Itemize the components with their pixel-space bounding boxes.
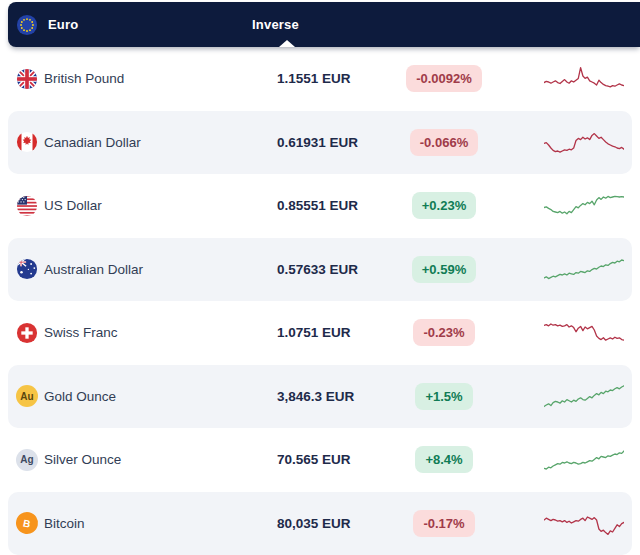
asset-name: Australian Dollar: [44, 262, 277, 277]
inverse-value: 0.61931 EUR: [277, 135, 397, 150]
asset-name: Bitcoin: [44, 516, 277, 531]
us-flag-icon: [16, 195, 38, 217]
table-row[interactable]: US Dollar 0.85551 EUR +0.23%: [8, 174, 632, 238]
inverse-value: 3,846.3 EUR: [277, 389, 397, 404]
change-badge: -0.17%: [413, 510, 474, 537]
inverse-value: 1.1551 EUR: [277, 71, 397, 86]
sparkline-chart: [544, 62, 624, 96]
sparkline-chart: [544, 252, 624, 286]
table-row[interactable]: B Bitcoin 80,035 EUR -0.17%: [8, 492, 632, 555]
asset-name: Canadian Dollar: [44, 135, 277, 150]
sparkline-chart: [544, 125, 624, 159]
asset-name: British Pound: [44, 71, 277, 86]
table-row[interactable]: Ag Silver Ounce 70.565 EUR +8.4%: [8, 428, 632, 492]
asset-name: US Dollar: [44, 198, 277, 213]
sparkline-chart: [544, 189, 624, 223]
gold-au-icon: Au: [16, 385, 38, 407]
change-badge-cell: -0.17%: [413, 510, 474, 537]
inverse-value: 70.565 EUR: [277, 452, 397, 467]
inverse-value: 0.57633 EUR: [277, 262, 397, 277]
table-row[interactable]: Canadian Dollar 0.61931 EUR -0.066%: [8, 111, 632, 175]
table-row[interactable]: Australian Dollar 0.57633 EUR +0.59%: [8, 238, 632, 302]
active-column-notch: [279, 40, 295, 47]
change-badge: +0.59%: [412, 256, 476, 283]
inverse-column-header: Inverse: [252, 17, 299, 32]
exchange-rates-widget: Euro Inverse British Pound 1.1551 EUR -0…: [0, 2, 640, 555]
change-badge-cell: +8.4%: [415, 446, 472, 473]
inverse-value: 80,035 EUR: [277, 516, 397, 531]
change-badge-cell: -0.0092%: [406, 65, 482, 92]
eu-flag-icon: [16, 14, 38, 36]
table-row[interactable]: Au Gold Ounce 3,846.3 EUR +1.5%: [8, 365, 632, 429]
inverse-value: 0.85551 EUR: [277, 198, 397, 213]
change-badge: -0.0092%: [406, 65, 482, 92]
gb-flag-icon: [16, 68, 38, 90]
au-flag-icon: [16, 258, 38, 280]
change-badge: -0.066%: [410, 129, 478, 156]
change-badge: +8.4%: [415, 446, 472, 473]
rates-list: British Pound 1.1551 EUR -0.0092% Canadi…: [0, 47, 640, 555]
change-badge-cell: +1.5%: [415, 383, 472, 410]
base-currency-label[interactable]: Euro: [48, 17, 78, 32]
change-badge: -0.23%: [413, 319, 474, 346]
table-row[interactable]: Swiss Franc 1.0751 EUR -0.23%: [8, 301, 632, 365]
asset-name: Silver Ounce: [44, 452, 277, 467]
silver-ag-icon: Ag: [16, 449, 38, 471]
asset-name: Swiss Franc: [44, 325, 277, 340]
change-badge: +1.5%: [415, 383, 472, 410]
change-badge: +0.23%: [412, 192, 476, 219]
change-badge-cell: -0.23%: [413, 319, 474, 346]
sparkline-chart: [544, 379, 624, 413]
inverse-value: 1.0751 EUR: [277, 325, 397, 340]
sparkline-chart: [544, 443, 624, 477]
ch-flag-icon: [16, 322, 38, 344]
table-row[interactable]: British Pound 1.1551 EUR -0.0092%: [8, 47, 632, 111]
asset-name: Gold Ounce: [44, 389, 277, 404]
bitcoin-icon: B: [16, 512, 38, 534]
change-badge-cell: +0.23%: [412, 192, 476, 219]
change-badge-cell: -0.066%: [410, 129, 478, 156]
change-badge-cell: +0.59%: [412, 256, 476, 283]
ca-flag-icon: [16, 131, 38, 153]
sparkline-chart: [544, 316, 624, 350]
table-header: Euro Inverse: [8, 2, 640, 47]
sparkline-chart: [544, 506, 624, 540]
